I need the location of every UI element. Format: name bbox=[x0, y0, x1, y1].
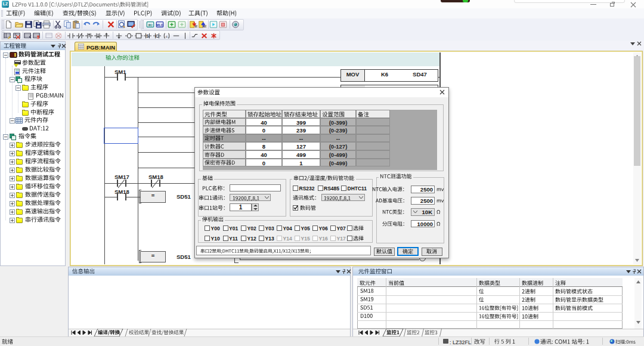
svg-text:c: c bbox=[166, 34, 168, 38]
svg-text:01: 01 bbox=[204, 24, 206, 28]
svg-text:MLD: MLD bbox=[156, 23, 163, 27]
svg-text:01: 01 bbox=[195, 24, 197, 28]
svg-text:S: S bbox=[146, 33, 149, 38]
svg-text:IKI: IKI bbox=[148, 23, 153, 27]
svg-text:C: C bbox=[156, 33, 159, 38]
